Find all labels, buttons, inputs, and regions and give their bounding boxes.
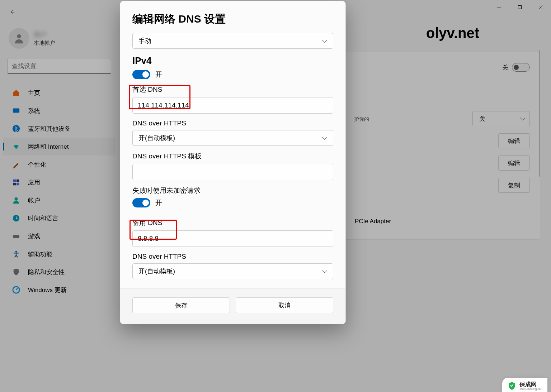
dns-mode-select[interactable]: 手动 <box>132 33 333 49</box>
ipv4-toggle-label: 开 <box>155 70 162 79</box>
doh-template-label: DNS over HTTPS 模板 <box>132 152 333 161</box>
save-button[interactable]: 保存 <box>132 297 230 313</box>
doh-select[interactable]: 开(自动模板) <box>132 130 333 146</box>
ipv4-heading: IPv4 <box>132 55 333 66</box>
alt-doh-select[interactable]: 开(自动模板) <box>132 263 333 279</box>
preferred-dns-label: 首选 DNS <box>132 85 333 94</box>
fallback-toggle-label: 开 <box>155 198 162 207</box>
dialog-title: 编辑网络 DNS 设置 <box>132 12 333 27</box>
fallback-label: 失败时使用未加密请求 <box>132 186 333 195</box>
shield-check-icon <box>507 381 517 391</box>
doh-template-input[interactable] <box>132 164 333 180</box>
preferred-dns-input[interactable] <box>132 97 333 114</box>
alternate-dns-label: 备用 DNS <box>132 218 333 228</box>
fallback-toggle[interactable] <box>132 198 150 207</box>
doh-label: DNS over HTTPS <box>132 119 333 127</box>
cancel-button[interactable]: 取消 <box>236 297 333 313</box>
watermark-name: 保成网 <box>519 382 542 387</box>
dns-settings-dialog: 编辑网络 DNS 设置 手动 IPv4 开 首选 DNS DNS over HT… <box>120 1 346 324</box>
ipv4-toggle[interactable] <box>132 70 150 79</box>
alt-doh-label: DNS over HTTPS <box>132 253 333 260</box>
alternate-dns-input[interactable] <box>132 230 333 247</box>
watermark: 保成网 zsbaocheng.net <box>502 378 547 392</box>
watermark-url: zsbaocheng.net <box>519 387 542 391</box>
